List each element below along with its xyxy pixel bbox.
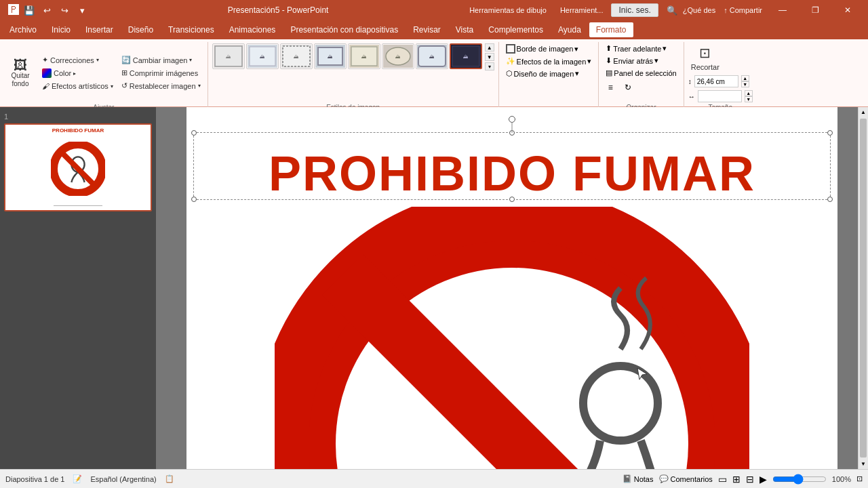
- borde-arrow: ▾: [574, 45, 578, 54]
- zoom-slider[interactable]: [772, 474, 827, 485]
- view-reading-btn[interactable]: ⊟: [746, 474, 754, 485]
- view-present-btn[interactable]: ▶: [760, 474, 767, 485]
- slide-title-text: PROHIBIDO FUMAR: [269, 146, 755, 201]
- color-btn[interactable]: Color ▸: [39, 67, 116, 79]
- menu-diseno[interactable]: Diseño: [121, 22, 160, 37]
- efectos-img-label: Efectos de la imagen: [517, 58, 587, 66]
- more-qa-btn[interactable]: ▾: [75, 3, 90, 18]
- panel-icon: ▤: [606, 68, 612, 77]
- restablecer-btn[interactable]: ↺ Restablecer imagen ▾: [119, 80, 203, 92]
- correcciones-btn[interactable]: ✦ Correcciones ▾: [39, 54, 116, 66]
- styles-scroll-up[interactable]: ▲: [485, 43, 494, 52]
- compartir-btn[interactable]: ↑ Compartir: [721, 6, 765, 14]
- cambiar-label: Cambiar imagen: [133, 56, 188, 64]
- fit-page-btn[interactable]: ⊡: [856, 474, 863, 483]
- search-ribbon-btn[interactable]: 🔍: [667, 5, 677, 16]
- width-up[interactable]: ▲: [745, 90, 753, 96]
- style-8[interactable]: ⛰: [450, 43, 482, 69]
- notes-icon: 📝: [73, 474, 82, 483]
- svg-text:⛰: ⛰: [226, 54, 231, 60]
- comprimir-btn[interactable]: ⊞ Comprimir imágenes: [119, 67, 203, 79]
- title-bar: 🅿 💾 ↩ ↪ ▾ Presentación5 - PowerPoint Her…: [0, 0, 868, 20]
- borde-imagen-btn[interactable]: Borde de imagen ▾: [503, 43, 582, 54]
- style-6[interactable]: ⛰: [382, 43, 414, 69]
- panel-seleccion-btn[interactable]: ▤ Panel de selección: [603, 68, 679, 78]
- save-btn[interactable]: 💾: [22, 3, 37, 18]
- quitar-fondo-btn[interactable]: 🖼 Quitarfondo: [4, 57, 37, 89]
- menu-insertar[interactable]: Insertar: [79, 22, 120, 37]
- style-2[interactable]: ⛰: [246, 43, 279, 69]
- diseno-icon: ⬡: [506, 69, 513, 78]
- herramienta-btn[interactable]: Herramient...: [555, 5, 609, 16]
- recortar-btn[interactable]: ⊡ Recortar: [688, 43, 722, 73]
- width-spinner: ▲ ▼: [745, 90, 753, 102]
- canvas-area[interactable]: PROHIBIDO FUMAR: [156, 107, 868, 469]
- styles-scroll-expand[interactable]: ▾: [485, 62, 494, 70]
- efectos-img-arrow: ▾: [587, 57, 591, 66]
- scroll-down-btn[interactable]: ▼: [859, 459, 868, 469]
- menu-formato[interactable]: Formato: [589, 22, 633, 37]
- traer-adelante-btn[interactable]: ⬆ Traer adelante ▾: [603, 43, 669, 54]
- comments-btn[interactable]: 💬 Comentarios: [659, 474, 713, 483]
- color-arrow: ▸: [73, 70, 76, 77]
- view-slide-btn[interactable]: ⊞: [732, 474, 741, 485]
- close-btn[interactable]: ✕: [833, 0, 863, 20]
- cambiar-imagen-btn[interactable]: 🔄 Cambiar imagen ▾: [119, 54, 203, 66]
- undo-btn[interactable]: ↩: [39, 3, 54, 18]
- menu-complementos[interactable]: Complementos: [481, 22, 550, 37]
- width-input[interactable]: [698, 90, 742, 102]
- style-7[interactable]: ⛰: [416, 43, 448, 69]
- diseno-imagen-btn[interactable]: ⬡ Diseño de imagen ▾: [503, 68, 583, 79]
- handle-tr[interactable]: [827, 130, 833, 136]
- correcciones-label: Correcciones: [50, 56, 94, 64]
- menu-revisar[interactable]: Revisar: [406, 22, 448, 37]
- menu-animaciones[interactable]: Animaciones: [222, 22, 283, 37]
- spell-check-icon[interactable]: 📋: [165, 474, 174, 483]
- rotate-btn[interactable]: ↻: [620, 80, 635, 95]
- width-down[interactable]: ▼: [745, 96, 753, 102]
- styles-scroll-down[interactable]: ▼: [485, 53, 494, 61]
- menu-inicio[interactable]: Inicio: [45, 22, 77, 37]
- inic-ses-button[interactable]: Inic. ses.: [611, 3, 658, 17]
- cambiar-icon: 🔄: [121, 56, 131, 64]
- ribbon: 🖼 Quitarfondo ✦ Correcciones ▾ Color ▸: [0, 39, 868, 107]
- handle-tm[interactable]: [509, 130, 515, 136]
- efectos-icon: 🖌: [42, 82, 50, 90]
- scroll-up-btn[interactable]: ▲: [859, 107, 868, 117]
- rotate-handle[interactable]: [509, 116, 515, 123]
- height-input[interactable]: [694, 75, 738, 87]
- main-area: 1 PROHIBIDO FUMAR: [0, 107, 868, 469]
- slide-number: 1: [4, 113, 152, 121]
- menu-archivo[interactable]: Archivo: [3, 22, 43, 37]
- enviar-atras-btn[interactable]: ⬇ Enviar atrás ▾: [603, 56, 661, 66]
- que-des-btn[interactable]: ¿Qué des: [680, 6, 718, 14]
- style-5[interactable]: ⛰: [348, 43, 380, 69]
- slide-thumbnail[interactable]: PROHIBIDO FUMAR: [4, 123, 152, 211]
- vertical-scrollbar[interactable]: ▲ ▼: [858, 107, 868, 469]
- traer-arrow: ▾: [663, 44, 667, 53]
- style-4[interactable]: ⛰: [314, 43, 347, 69]
- slide-info: Diapositiva 1 de 1: [5, 475, 64, 483]
- handle-tl[interactable]: [191, 130, 197, 136]
- minimize-btn[interactable]: —: [768, 0, 797, 20]
- svg-text:⛰: ⛰: [294, 54, 299, 60]
- no-smoking-sign[interactable]: [275, 207, 749, 469]
- style-3[interactable]: ⛰: [280, 43, 313, 69]
- organizar-content: ⬆ Traer adelante ▾ ⬇ Enviar atrás ▾ ▤ Pa…: [603, 43, 679, 102]
- align-btn[interactable]: ≡: [603, 80, 618, 95]
- style-1[interactable]: ⛰: [212, 43, 245, 69]
- efectos-imagen-btn[interactable]: ✨ Efectos de la imagen ▾: [503, 56, 595, 66]
- thumb-title: PROHIBIDO FUMAR: [8, 127, 148, 134]
- efectos-artisticos-btn[interactable]: 🖌 Efectos artísticos ▾: [39, 81, 116, 92]
- redo-btn[interactable]: ↪: [57, 3, 72, 18]
- menu-ayuda[interactable]: Ayuda: [551, 22, 588, 37]
- maximize-btn[interactable]: ❐: [800, 0, 830, 20]
- height-up[interactable]: ▲: [741, 75, 749, 81]
- menu-vista[interactable]: Vista: [449, 22, 480, 37]
- menu-presentacion[interactable]: Presentación con diapositivas: [283, 22, 405, 37]
- view-normal-btn[interactable]: ▭: [718, 474, 727, 485]
- notes-btn[interactable]: 📓 Notas: [623, 474, 654, 483]
- scroll-thumb[interactable]: [860, 119, 867, 458]
- height-down[interactable]: ▼: [741, 81, 749, 87]
- menu-transiciones[interactable]: Transiciones: [161, 22, 221, 37]
